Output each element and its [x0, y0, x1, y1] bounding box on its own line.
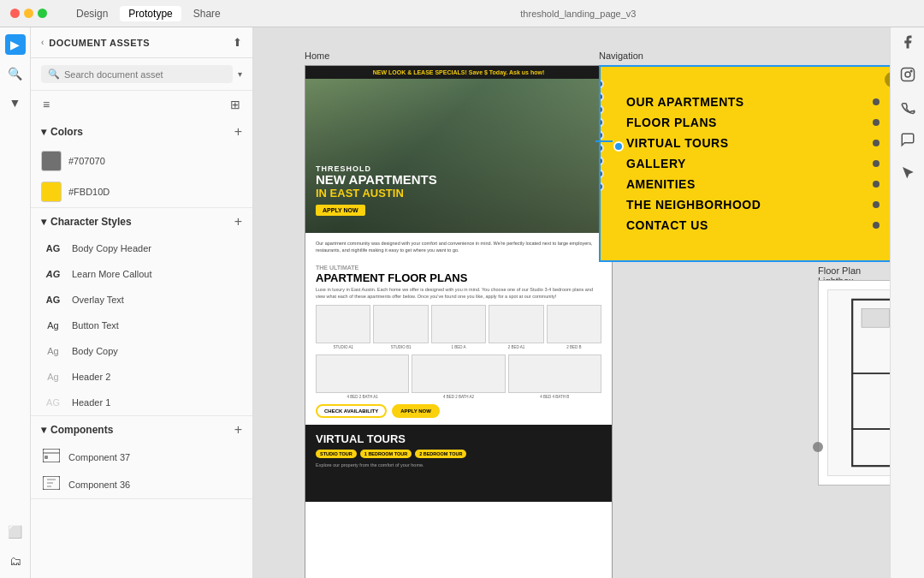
close-button[interactable] [10, 9, 20, 18]
fp-grid-row2: 4 BED 2 BATH A1 4 BED 2 BATH A2 4 BED 4 … [316, 355, 601, 399]
site-hero: THRESHOLD NEW APARTMENTS IN EAST AUSTIN … [305, 79, 612, 233]
lightbox-frame[interactable]: ✕ [818, 280, 890, 486]
tab-design[interactable]: Design [68, 6, 116, 21]
check-availability-button[interactable]: CHECK AVAILABILITY [316, 404, 387, 418]
assets-tool[interactable]: 🗂 [5, 551, 26, 571]
fp-label-5: 2 BED B [547, 345, 601, 349]
sidebar-title: DOCUMENT ASSETS [49, 38, 150, 48]
char-style-header-1[interactable]: AG Header 1 [31, 390, 252, 415]
components-section: ▾ Components + Component 37 Component 36 [31, 416, 252, 499]
add-color-button[interactable]: + [234, 125, 242, 139]
chevron-down-icon: ▾ [41, 126, 46, 138]
colors-section-header[interactable]: ▾ Colors + [31, 118, 252, 146]
char-style-body-copy[interactable]: Ag Body Copy [31, 338, 252, 364]
char-style-overlay-text[interactable]: AG Overlay Text [31, 287, 252, 313]
vt-tag-studio[interactable]: STUDIO TOUR [316, 450, 357, 458]
char-style-name-7: Header 1 [72, 397, 110, 408]
component-37-item[interactable]: Component 37 [31, 444, 252, 471]
char-style-name-6: Header 2 [72, 372, 110, 382]
char-style-header-2[interactable]: Ag Header 2 [31, 364, 252, 390]
fp-plan-img-4 [489, 305, 543, 343]
fp-label-1: STUDIO A1 [316, 345, 370, 349]
nav-conn-dot-7 [873, 222, 880, 229]
color-label-gray: #707070 [68, 156, 105, 166]
conn-dot [599, 105, 604, 114]
list-view-button[interactable]: ≡ [41, 96, 51, 113]
colors-section-title: ▾ Colors [41, 126, 83, 138]
char-style-name-2: Learn More Callout [72, 269, 152, 279]
char-style-name-4: Button Text [72, 320, 119, 331]
fp-item-studio-b1: STUDIO B1 [373, 305, 428, 349]
fp-plan-img-5 [547, 305, 601, 343]
char-style-badge-6: Ag [41, 368, 65, 385]
tab-share[interactable]: Share [185, 6, 229, 21]
navigation-frame[interactable]: ✕ OUR APARTMENTS FLOOR PLANS [599, 65, 890, 262]
fp-plan-img-1 [316, 305, 370, 343]
phone-icon[interactable] [900, 99, 915, 118]
char-styles-header[interactable]: ▾ Character Styles + [31, 208, 252, 235]
fp-plan-img-3 [431, 305, 486, 343]
grid-view-button[interactable]: ⊞ [228, 96, 242, 113]
facebook-icon[interactable] [900, 34, 915, 53]
message-icon[interactable] [900, 132, 915, 151]
cursor-icon[interactable] [900, 164, 915, 183]
chevron-down-icon[interactable]: ▾ [238, 69, 242, 79]
fp-plan-img-8 [508, 355, 601, 393]
fp-title: APARTMENT FLOOR PLANS [316, 272, 601, 284]
components-header[interactable]: ▾ Components + [31, 416, 252, 444]
vt-tag-1bed[interactable]: 1 BEDROOM TOUR [360, 450, 412, 458]
nav-item-contact[interactable]: CONTACT US [626, 218, 880, 232]
fp-buttons: CHECK AVAILABILITY APPLY NOW [316, 404, 601, 418]
nav-item-gallery[interactable]: GALLERY [626, 157, 880, 170]
component-37-label: Component 37 [68, 452, 130, 462]
add-char-style-button[interactable]: + [234, 215, 242, 229]
fp-label-4: 2 BED A1 [489, 345, 543, 349]
color-item-gray[interactable]: #707070 [31, 146, 252, 176]
nav-item-floor-plans[interactable]: FLOOR PLANS [626, 116, 880, 129]
select-tool[interactable]: ▶ [5, 34, 26, 55]
char-style-badge-2: AG [41, 265, 65, 283]
nav-item-amenities[interactable]: AMENITIES [626, 177, 880, 191]
char-style-learn-more[interactable]: AG Learn More Callout [31, 261, 252, 287]
color-item-yellow[interactable]: #FBD10D [31, 176, 252, 207]
svg-point-15 [910, 70, 912, 72]
nav-item-apartments[interactable]: OUR APARTMENTS [626, 95, 880, 109]
fp-item-2bed-a1: 2 BED A1 [489, 305, 543, 349]
nav-item-virtual-tours[interactable]: VIRTUAL TOURS [626, 136, 880, 150]
search-box[interactable]: 🔍 [41, 65, 233, 83]
back-chevron-icon[interactable]: ‹ [41, 38, 44, 47]
conn-dot [599, 80, 604, 88]
nav-conn-dot-6 [873, 201, 880, 208]
fp-plan-img-7 [412, 355, 505, 393]
component-36-item[interactable]: Component 36 [31, 471, 252, 498]
hero-apply-btn[interactable]: APPLY NOW [316, 205, 365, 216]
nav-item-neighborhood[interactable]: THE NEIGHBORHOOD [626, 198, 880, 212]
navigation-frame-label: Navigation [599, 51, 643, 61]
search-tool[interactable]: 🔍 [5, 63, 26, 84]
file-name: threshold_landing_page_v3 [243, 9, 914, 19]
search-input[interactable] [64, 69, 226, 80]
filter-tool[interactable]: ▼ [5, 92, 26, 113]
vt-tag-2bed[interactable]: 2 BEDROOM TOUR [415, 450, 466, 458]
minimize-button[interactable] [24, 9, 33, 18]
maximize-button[interactable] [38, 9, 47, 18]
char-style-button-text[interactable]: Ag Button Text [31, 313, 252, 338]
top-bar: Design Prototype Share threshold_landing… [0, 0, 924, 27]
component-36-label: Component 36 [68, 480, 130, 490]
instagram-icon[interactable] [900, 67, 915, 86]
vt-tags: STUDIO TOUR 1 BEDROOM TOUR 2 BEDROOM TOU… [316, 450, 601, 458]
banner-text: NEW LOOK & LEASE SPECIALS! Save $ Today.… [373, 69, 545, 75]
nav-conn-dot-5 [873, 181, 880, 188]
color-swatch-gray [41, 151, 62, 171]
layers-tool[interactable]: ⬜ [5, 521, 26, 542]
export-icon[interactable]: ⬆ [233, 36, 242, 49]
components-title: ▾ Components [41, 424, 113, 436]
nav-conn-dot-1 [873, 98, 880, 105]
conn-dot [599, 144, 604, 152]
add-component-button[interactable]: + [234, 423, 242, 437]
tab-prototype[interactable]: Prototype [120, 6, 181, 21]
home-frame[interactable]: NEW LOOK & LEASE SPECIALS! Save $ Today.… [305, 65, 613, 578]
nav-menu: OUR APARTMENTS FLOOR PLANS VIRTUAL TOURS… [601, 67, 890, 260]
apply-now-button[interactable]: APPLY NOW [392, 404, 440, 418]
char-style-body-copy-header[interactable]: AG Body Copy Header [31, 235, 252, 261]
